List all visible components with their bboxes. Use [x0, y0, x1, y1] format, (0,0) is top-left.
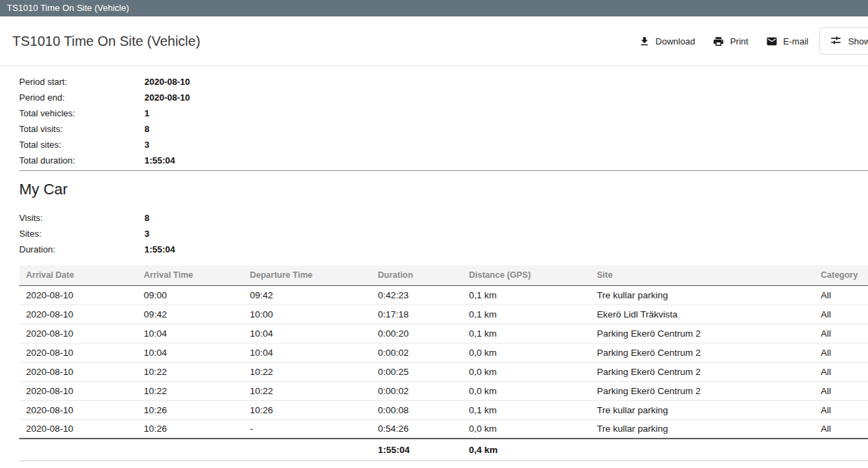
table-cell: Tre kullar parking [590, 419, 814, 439]
table-cell: 0:54:26 [371, 419, 462, 439]
table-row: 2020-08-1009:4210:000:17:180,1 kmEkerö L… [19, 304, 868, 324]
table-cell: 2020-08-10 [19, 381, 137, 400]
totals-empty-cell [590, 439, 814, 460]
field-label: Duration: [19, 244, 144, 255]
download-icon [639, 36, 650, 47]
table-cell: 0:00:25 [371, 362, 462, 381]
table-cell: All [814, 343, 868, 362]
column-header: Site [590, 265, 814, 285]
field-row: Total sites:3 [19, 137, 868, 153]
table-cell: 10:26 [137, 419, 243, 439]
field-value: 1:55:04 [144, 155, 175, 166]
field-label: Total vehicles: [19, 108, 144, 118]
field-row: Visits:8 [19, 210, 868, 226]
table-cell: 0:42:23 [371, 285, 462, 304]
totals-row: 1:55:04 0,4 km [19, 439, 868, 460]
table-cell: 10:26 [243, 400, 371, 419]
page-title: TS1010 Time On Site (Vehicle) [12, 34, 201, 49]
email-button[interactable]: E-mail [766, 36, 808, 47]
table-cell: Tre kullar parking [590, 285, 814, 304]
field-row: Total vehicles:1 [19, 105, 868, 121]
field-label: Total duration: [19, 155, 144, 166]
field-label: Period start: [19, 77, 144, 87]
field-value: 3 [144, 140, 149, 150]
table-cell: Parking Ekerö Centrum 2 [590, 362, 814, 381]
table-cell: 10:04 [243, 324, 371, 343]
field-label: Total sites: [19, 140, 144, 150]
table-cell: 10:00 [243, 304, 371, 324]
field-label: Total visits: [19, 124, 144, 134]
table-cell: 0,0 km [462, 362, 590, 381]
field-value: 2020-08-10 [144, 77, 190, 87]
table-cell: All [814, 381, 868, 400]
table-cell: 10:22 [243, 362, 371, 381]
table-row: 2020-08-1010:2610:260:00:080,1 kmTre kul… [19, 400, 868, 419]
table-row: 2020-08-1010:26-0:54:260,0 kmTre kullar … [19, 419, 868, 439]
field-label: Visits: [19, 213, 144, 223]
header-actions: Download Print E-mail Show Pa [639, 27, 868, 55]
show-parameters-button[interactable]: Show Pa [819, 27, 868, 55]
totals-empty-cell [137, 439, 243, 460]
download-button[interactable]: Download [639, 36, 695, 47]
table-cell: Tre kullar parking [590, 400, 814, 419]
table-cell: 2020-08-10 [19, 304, 137, 324]
table-header: Arrival DateArrival TimeDeparture TimeDu… [19, 265, 868, 285]
table-cell: 09:42 [137, 304, 243, 324]
section-divider [19, 170, 868, 171]
table-row: 2020-08-1010:0410:040:00:200,1 kmParking… [19, 324, 868, 343]
field-value: 8 [144, 213, 149, 223]
table-cell: 10:04 [243, 343, 371, 362]
email-label: E-mail [783, 36, 808, 47]
show-parameters-label: Show Pa [848, 36, 868, 47]
table-cell: 0:17:18 [371, 304, 462, 324]
table-cell: 10:22 [137, 362, 243, 381]
table-cell: 2020-08-10 [19, 285, 137, 304]
column-header: Distance (GPS) [462, 265, 590, 285]
table-cell: All [814, 324, 868, 343]
table-cell: Parking Ekerö Centrum 2 [590, 324, 814, 343]
report-header: TS1010 Time On Site (Vehicle) Download P… [0, 16, 868, 66]
field-row: Duration:1:55:04 [19, 242, 868, 257]
totals-empty-cell [19, 439, 137, 460]
table-cell: 09:00 [137, 285, 243, 304]
table-cell: Ekerö Lidl Träkvista [590, 304, 814, 324]
field-value: 8 [144, 124, 149, 134]
table-cell: 2020-08-10 [19, 400, 137, 419]
table-cell: 10:22 [243, 381, 371, 400]
totals-distance: 0,4 km [462, 439, 590, 460]
print-label: Print [730, 36, 748, 47]
table-cell: All [814, 285, 868, 304]
column-header: Departure Time [243, 265, 371, 285]
field-value: 3 [144, 229, 149, 239]
table-cell: 2020-08-10 [19, 419, 137, 439]
print-button[interactable]: Print [713, 36, 748, 47]
table-cell: 10:04 [137, 324, 243, 343]
table-cell: 0:00:02 [371, 343, 462, 362]
table-cell: 0:00:20 [371, 324, 462, 343]
table-row: 2020-08-1010:2210:220:00:250,0 kmParking… [19, 362, 868, 381]
field-value: 1:55:04 [144, 244, 175, 255]
download-label: Download [656, 36, 695, 47]
field-value: 2020-08-10 [144, 92, 190, 103]
field-label: Sites: [19, 229, 144, 239]
table-cell: - [243, 419, 371, 439]
table-cell: 10:22 [137, 381, 243, 400]
tune-icon [830, 34, 842, 49]
table-cell: 0:00:02 [371, 381, 462, 400]
table-row: 2020-08-1010:0410:040:00:020,0 kmParking… [19, 343, 868, 362]
totals-duration: 1:55:04 [371, 439, 462, 460]
table-row: 2020-08-1010:2210:220:00:020,0 kmParking… [19, 381, 868, 400]
table-cell: 0,0 km [462, 419, 590, 439]
table-cell: 2020-08-10 [19, 362, 137, 381]
table-cell: 0,0 km [462, 381, 590, 400]
totals-empty-cell [814, 439, 868, 460]
field-label: Period end: [19, 92, 144, 103]
window-title-bar: TS1010 Time On Site (Vehicle) [0, 0, 868, 16]
column-header: Arrival Date [19, 265, 137, 285]
table-cell: 2020-08-10 [19, 343, 137, 362]
field-row: Total duration:1:55:04 [19, 153, 868, 168]
table-cell: 0:00:08 [371, 400, 462, 419]
table-cell: All [814, 362, 868, 381]
visits-table: Arrival DateArrival TimeDeparture TimeDu… [19, 265, 868, 461]
email-icon [766, 36, 778, 47]
